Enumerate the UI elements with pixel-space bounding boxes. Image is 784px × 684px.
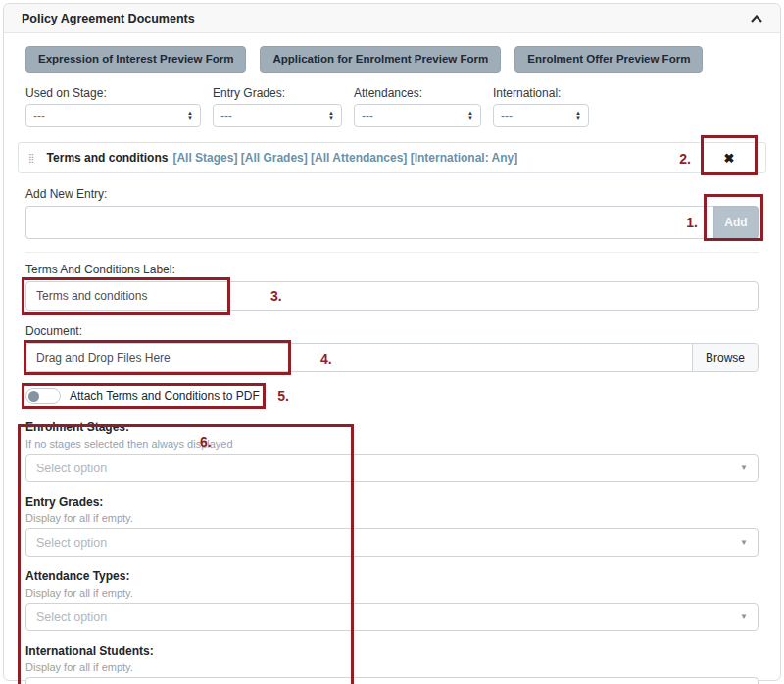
tc-label-heading: Terms And Conditions Label: [25, 263, 759, 276]
caret-down-icon: ▼ [740, 612, 748, 621]
tc-label-input-wrap: 3. [25, 281, 759, 311]
select-stepper-icon: ▲▼ [328, 111, 334, 121]
toggle-knob [28, 391, 39, 402]
enrolment-stages-select[interactable]: Select option ▼ [25, 454, 759, 482]
filter-label: Attendances: [354, 86, 481, 100]
filter-row: Used on Stage: --- ▲▼ Entry Grades: --- … [25, 86, 759, 127]
panel-title: Policy Agreement Documents [22, 12, 195, 25]
attendances-select[interactable]: --- ▲▼ [354, 104, 481, 127]
section-label: Enrolment Stages: [25, 420, 759, 434]
tc-label-input[interactable] [25, 281, 759, 311]
chevron-up-icon[interactable] [751, 15, 762, 23]
display-rules-sections: 6. Enrolment Stages: If no stages select… [25, 420, 759, 684]
add-entry-input-group: 1. Add [25, 206, 759, 239]
section-helper: Display for all if empty. [25, 661, 759, 673]
select-stepper-icon: ▲▼ [187, 111, 193, 121]
filter-attendances: Attendances: --- ▲▼ [354, 86, 481, 127]
enrolment-offer-preview-button[interactable]: Enrolment Offer Preview Form [514, 46, 703, 73]
add-entry-input[interactable] [25, 206, 713, 239]
attach-pdf-toggle[interactable] [25, 388, 61, 404]
filter-entry-grades: Entry Grades: --- ▲▼ [213, 86, 342, 127]
entry-grades-display-select[interactable]: Select option ▼ [25, 528, 759, 557]
select-stepper-icon: ▲▼ [575, 111, 581, 121]
application-for-enrolment-preview-button[interactable]: Application for Enrolment Preview Form [260, 46, 501, 73]
browse-button[interactable]: Browse [692, 344, 758, 371]
entry-tags: [All Stages] [All Grades] [All Attendanc… [172, 151, 517, 165]
file-drop-area[interactable]: 4. Drag and Drop Files Here Browse [25, 343, 759, 372]
expression-of-interest-preview-button[interactable]: Expression of Interest Preview Form [25, 46, 246, 73]
section-attendance-types: Attendance Types: Display for all if emp… [25, 569, 759, 631]
preview-buttons-row: Expression of Interest Preview Form Appl… [25, 46, 759, 73]
terms-entry-row: ⣿ Terms and conditions [All Stages] [All… [18, 142, 766, 173]
policy-agreement-panel: Policy Agreement Documents Expression of… [3, 3, 781, 681]
attach-pdf-toggle-row: 5. Attach Terms and Conditions to PDF [25, 388, 260, 404]
international-students-select[interactable]: --- ▲▼ [25, 677, 759, 684]
drag-handle-icon[interactable]: ⣿ [28, 154, 35, 163]
select-stepper-icon: ▲▼ [467, 111, 473, 121]
attendance-types-select[interactable]: Select option ▼ [25, 603, 759, 631]
caret-down-icon: ▼ [740, 464, 748, 472]
caret-down-icon: ▼ [740, 538, 748, 547]
annotation-number-2: 2. [679, 151, 691, 167]
add-new-entry-label: Add New Entry: [25, 187, 759, 201]
used-on-stage-select[interactable]: --- ▲▼ [25, 104, 201, 127]
filter-international: International: --- ▲▼ [493, 86, 589, 127]
select-value: --- [362, 109, 373, 122]
international-select[interactable]: --- ▲▼ [493, 104, 589, 127]
attach-pdf-toggle-label: Attach Terms and Conditions to PDF [70, 389, 260, 403]
filter-used-on-stage: Used on Stage: --- ▲▼ [25, 86, 201, 127]
section-entry-grades: Entry Grades: Display for all if empty. … [25, 495, 759, 557]
add-button-wrap: Add [713, 206, 759, 239]
section-helper: Display for all if empty. [25, 587, 759, 599]
select-value: --- [501, 109, 513, 122]
entry-grades-select[interactable]: --- ▲▼ [213, 104, 342, 127]
panel-body: Expression of Interest Preview Form Appl… [4, 33, 780, 684]
section-label: Attendance Types: [25, 569, 759, 583]
select-placeholder: Select option [36, 611, 107, 624]
section-helper: If no stages selected then always displa… [25, 438, 759, 450]
remove-icon[interactable]: ✖ [724, 151, 735, 166]
panel-header[interactable]: Policy Agreement Documents [4, 4, 780, 33]
section-enrolment-stages: Enrolment Stages: If no stages selected … [25, 420, 759, 482]
select-placeholder: Select option [36, 536, 107, 550]
filter-label: Used on Stage: [25, 86, 201, 100]
section-label: Entry Grades: [25, 495, 759, 509]
file-drop-text: Drag and Drop Files Here [26, 351, 692, 365]
filter-label: International: [493, 86, 589, 100]
filter-label: Entry Grades: [213, 86, 342, 100]
remove-entry-wrap: ✖ [703, 143, 756, 172]
section-international-students: International Students: Display for all … [25, 644, 759, 684]
annotation-number-5: 5. [277, 388, 289, 404]
add-button[interactable]: Add [713, 206, 759, 239]
select-placeholder: Select option [36, 462, 107, 475]
section-label: International Students: [25, 644, 759, 658]
entry-title: Terms and conditions [47, 151, 169, 165]
document-label: Document: [25, 324, 759, 338]
select-value: --- [33, 109, 45, 122]
section-helper: Display for all if empty. [25, 513, 759, 524]
select-value: --- [220, 109, 232, 122]
divider [25, 252, 759, 253]
